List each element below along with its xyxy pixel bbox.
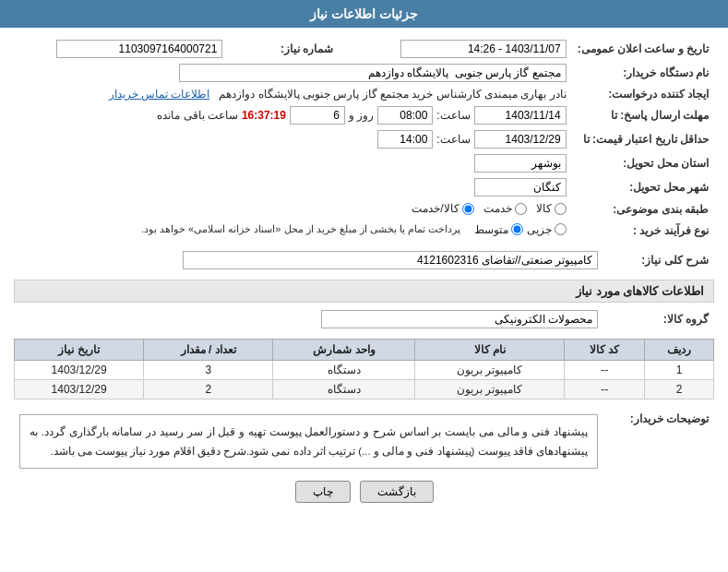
mohlet-remaining: 16:37:19 [242,109,286,122]
mohlet-roz-label: روز و [349,109,374,122]
tozih-table: توضیحات خریدار: پیشنهاد فنی و مالی می با… [14,407,714,471]
radio-kala: کالا [536,202,567,215]
cell-kod: -- [565,380,645,399]
mohlet-date-input[interactable] [474,106,567,125]
row-shahr: شهر محل تحویل: [14,175,714,199]
cell-tarikh: 1403/12/29 [15,380,144,399]
tozih-label: توضیحات خریدار: [603,407,714,471]
jadval-saat-label: ساعت: [436,133,470,146]
cell-radif: 2 [645,380,714,399]
radio-kala-input[interactable] [555,203,567,215]
tarikh-value [357,37,571,61]
col-radif: ردیف [645,340,714,361]
sharh-value [14,248,603,272]
radio-kala-khedmat: کالا/خدمت [412,202,473,215]
sharh-table: شرح کلی نیاز: [14,248,714,272]
shomare-value [14,37,228,61]
cell-vahed: دستگاه [273,361,415,380]
row-tabaghe: طبقه بندی موضوعی: کالا خدمت [14,199,714,220]
mohlet-value: ساعت: روز و 16:37:19 ساعت باقی مانده [14,103,572,127]
ij-text: نادر بهاری میمندی کارشناس خرید مجتمع گاز… [219,88,566,101]
cell-tedad: 2 [144,380,273,399]
radio-jozi-input[interactable] [555,223,567,235]
radio-jozi: جزیی [527,223,567,236]
cell-kod: -- [565,361,645,380]
nam-dastgah-value [14,61,572,85]
radio-jozi-label: جزیی [527,223,552,236]
print-button[interactable]: چاپ [295,481,351,503]
cell-vahed: دستگاه [273,380,415,399]
row-tozih: توضیحات خریدار: پیشنهاد فنی و مالی می با… [14,407,714,471]
ij-label: ایجاد کننده درخواست: [572,85,714,103]
radio-motevaset: متوسط [474,223,523,236]
ostan-label: استان محل تحویل: [572,151,714,175]
row-ostan: استان محل تحویل: [14,151,714,175]
mohlet-remaining-label: ساعت باقی مانده [157,109,238,122]
tozih-value: پیشنهاد فنی و مالی می بایست بر اساس شرح … [14,407,603,471]
table-body: 1 -- کامپیوتر بریون دستگاه 3 1403/12/29 … [15,361,714,399]
shahr-input[interactable] [474,178,567,197]
shahr-label: شهر محل تحویل: [572,175,714,199]
col-kod: کد کالا [565,340,645,361]
radio-khedmat: خدمت [483,202,527,215]
mohlet-roz-input[interactable] [290,106,345,125]
tabaghe-options: کالا خدمت کالا/خدمت [14,199,572,220]
radio-kala-label: کالا [536,202,552,215]
header-title: جزئیات اطلاعات نیاز [310,6,418,21]
cell-radif: 1 [645,361,714,380]
radio-motevaset-label: متوسط [474,223,508,236]
jadval-date-input[interactable] [474,130,567,149]
back-button[interactable]: بازگشت [360,481,434,503]
jadval-saat-input[interactable] [377,130,433,149]
col-nam: نام کالا [415,340,565,361]
shomare-input[interactable] [56,40,222,58]
radio-kala-khedmat-input[interactable] [462,203,474,215]
ij-value: نادر بهاری میمندی کارشناس خرید مجتمع گاز… [14,85,572,103]
header-row: ردیف کد کالا نام کالا واحد شمارش تعداد /… [15,340,714,361]
ostan-value [14,151,572,175]
ostan-input[interactable] [474,154,567,173]
tozih-box: پیشنهاد فنی و مالی می بایست بر اساس شرح … [19,414,598,469]
tabaghe-label: طبقه بندی موضوعی: [572,199,714,220]
row-sharh: شرح کلی نیاز: [14,248,714,272]
content-area: تاریخ و ساعت اعلان عمومی: شماره نیاز: نا… [0,28,728,521]
tarikh-label: تاریخ و ساعت اعلان عمومی: [572,37,714,61]
noe-note: پرداخت تمام یا بخشی از مبلغ خرید از محل … [141,223,460,235]
col-vahed: واحد شمارش [273,340,415,361]
mohlet-group: ساعت: روز و 16:37:19 ساعت باقی مانده [157,106,566,125]
cell-tarikh: 1403/12/29 [15,361,144,380]
table-row: 2 -- کامپیوتر بریون دستگاه 2 1403/12/29 [15,380,714,399]
info-section-title: اطلاعات کالاهای مورد نیاز [14,280,714,303]
cell-nam: کامپیوتر بریون [415,361,565,380]
footer-buttons: بازگشت چاپ [14,481,714,503]
group-input[interactable] [321,310,598,328]
table-header: ردیف کد کالا نام کالا واحد شمارش تعداد /… [15,340,714,361]
tabaghe-radio-group: کالا خدمت کالا/خدمت [412,202,566,215]
jadval-value: ساعت: [14,127,572,151]
radio-khedmat-label: خدمت [483,202,512,215]
row-noe: نوع فرآیند خرید : جزیی متوسط پرداخت تمام… [14,220,714,242]
col-tedad: تعداد / مقدار [144,340,273,361]
radio-khedmat-input[interactable] [515,203,527,215]
group-table: گروه کالا: [14,307,714,331]
page-header: جزئیات اطلاعات نیاز [0,0,728,28]
shomare-label: شماره نیاز: [228,37,339,61]
table-row: 1 -- کامپیوتر بریون دستگاه 3 1403/12/29 [15,361,714,380]
radio-kala-khedmat-label: کالا/خدمت [412,202,459,215]
row-jadval: حداقل تاریخ اعتبار قیمت: تا ساعت: [14,127,714,151]
info-table: تاریخ و ساعت اعلان عمومی: شماره نیاز: نا… [14,37,714,241]
mohlet-saat-input[interactable] [377,106,433,125]
mohlet-saat-label: ساعت: [436,109,470,122]
group-label: گروه کالا: [603,307,714,331]
radio-motevaset-input[interactable] [511,223,523,235]
sharh-input[interactable] [183,251,598,269]
tarikh-input[interactable] [400,40,567,58]
jadval-group: ساعت: [377,130,566,149]
col-tarikh: تاریخ نیاز [15,340,144,361]
shahr-value [14,175,572,199]
ij-link[interactable]: اطلاعات تماس خریدار [109,88,210,101]
nam-dastgah-input[interactable] [179,64,567,82]
row-ij: ایجاد کننده درخواست: نادر بهاری میمندی ک… [14,85,714,103]
noe-value: جزیی متوسط پرداخت تمام یا بخشی از مبلغ خ… [14,220,572,242]
row-mohlet: مهلت ارسال پاسخ: تا ساعت: روز و 16:37:19… [14,103,714,127]
